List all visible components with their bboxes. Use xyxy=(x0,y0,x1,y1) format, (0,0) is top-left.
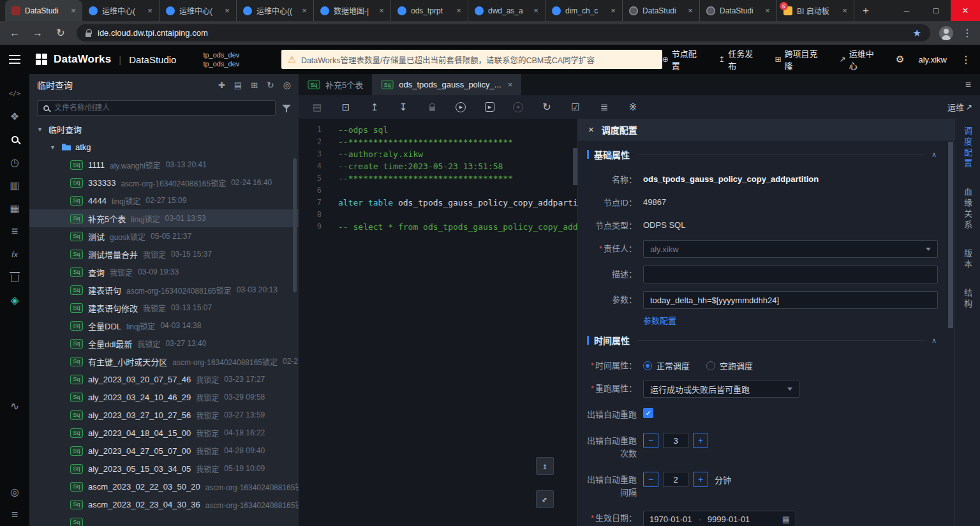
new-tab-button[interactable] xyxy=(857,2,875,20)
tree-scrollbar[interactable] xyxy=(293,158,297,292)
list-item[interactable]: Sq aly_2023_03_20_07_57_46 我锁定 03-23 17:… xyxy=(29,370,299,388)
browser-tab[interactable]: 运维中心(( xyxy=(237,0,314,21)
radio-icon[interactable] xyxy=(706,361,715,370)
bottom-menu-icon[interactable] xyxy=(3,503,26,526)
editor-tab[interactable]: Sq 补充5个表 xyxy=(299,74,372,95)
calendar-icon[interactable] xyxy=(782,515,790,524)
list-item[interactable]: Sq ascm_2023_02_23_04_30_36 ascm-org-163… xyxy=(29,495,299,513)
user-add-icon[interactable] xyxy=(218,80,225,90)
model-icon[interactable] xyxy=(3,289,26,312)
forward-button[interactable] xyxy=(31,27,45,39)
snippets-icon[interactable] xyxy=(3,220,26,243)
side-tab[interactable]: 调度配置 xyxy=(961,126,974,170)
tab-close-icon[interactable] xyxy=(762,6,773,16)
browser-tab[interactable]: 运维中心( xyxy=(82,0,160,21)
filter-icon[interactable] xyxy=(282,103,291,112)
list-item[interactable]: Sq 4444 linqj锁定 02-27 15:09 xyxy=(29,192,299,209)
run-with-params-icon[interactable] xyxy=(484,101,495,113)
list-item[interactable]: Sq aly_2023_04_27_05_07_00 我锁定 04-28 09:… xyxy=(29,442,299,460)
tab-close-icon[interactable] xyxy=(531,6,541,16)
new-file-icon[interactable] xyxy=(251,80,258,90)
save-icon[interactable] xyxy=(311,101,323,113)
tools-icon[interactable] xyxy=(896,54,904,65)
workbench-icon[interactable] xyxy=(3,174,26,197)
browser-menu-icon[interactable] xyxy=(962,27,972,39)
header-action-button[interactable]: 跨项目克隆 xyxy=(775,47,825,71)
recycle-bin-icon[interactable] xyxy=(3,266,26,289)
editor-tab[interactable]: Sq ods_tpods_gauss_policy_... xyxy=(372,74,521,95)
rerun-select[interactable]: 运行成功或失败后皆可重跑 xyxy=(643,380,799,398)
minus-button[interactable] xyxy=(643,433,658,448)
description-input[interactable] xyxy=(643,266,938,283)
browser-tab[interactable]: DataStudi xyxy=(5,0,82,21)
list-item[interactable]: Sq 1111 aly.wanghl锁定 03-13 20:41 xyxy=(29,156,299,174)
reload-code-icon[interactable] xyxy=(541,101,553,113)
back-button[interactable] xyxy=(8,27,22,39)
config-scrollbar[interactable] xyxy=(948,142,953,328)
list-item[interactable]: Sq 有主键_小时或天分区 ascm-org-1634024088165锁定 0… xyxy=(29,352,299,370)
radio-icon[interactable] xyxy=(643,361,652,370)
list-item[interactable]: Sq ascm_2023_02_22_03_50_20 ascm-org-163… xyxy=(29,477,299,495)
list-item[interactable]: Sq 建表语句修改 我锁定 03-13 15:07 xyxy=(29,299,299,317)
run-log-icon[interactable] xyxy=(598,101,610,113)
close-icon[interactable] xyxy=(588,124,594,135)
restore-button[interactable] xyxy=(921,0,951,21)
side-tab[interactable]: 结构 xyxy=(961,289,974,310)
minimize-button[interactable] xyxy=(892,0,921,21)
locate-icon[interactable] xyxy=(283,80,291,90)
scroll-top-button[interactable] xyxy=(536,457,554,475)
tab-strip-menu-icon[interactable] xyxy=(965,79,971,91)
list-item[interactable]: Sq aly_2023_05_15_03_34_05 我锁定 05-19 10:… xyxy=(29,460,299,477)
download-icon[interactable] xyxy=(397,101,409,113)
browser-tab[interactable]: 6 BI 启动板 xyxy=(777,0,854,21)
date-end[interactable]: 9999-01-01 xyxy=(708,515,750,524)
goto-ops-link[interactable]: 运维 xyxy=(947,101,972,113)
run-icon[interactable] xyxy=(455,101,466,113)
search-input[interactable] xyxy=(54,103,270,112)
list-item[interactable]: Sq 补充5个表 linqj锁定 03-01 13:53 xyxy=(29,209,299,227)
browser-tab[interactable]: ods_tprpt xyxy=(391,0,468,21)
file-search-box[interactable] xyxy=(37,100,276,116)
address-bar[interactable]: ide.cloud.dw.tpi.cntaiping.com xyxy=(77,24,930,41)
owner-select[interactable]: aly.xikw xyxy=(643,240,938,258)
list-item[interactable]: Sq 建表语句 ascm-org-1634024088165锁定 03-03 2… xyxy=(29,281,299,299)
editor-scrollbar[interactable] xyxy=(573,148,577,185)
browser-tab[interactable]: DataStudi xyxy=(623,0,700,21)
tables-icon[interactable] xyxy=(3,197,26,220)
tab-close-icon[interactable] xyxy=(685,6,695,16)
save-all-icon[interactable] xyxy=(340,101,352,113)
tree-root-node[interactable]: 临时查询 xyxy=(29,120,299,138)
tab-close-icon[interactable] xyxy=(68,6,78,16)
list-item[interactable]: Sq 查询 我锁定 03-09 19:33 xyxy=(29,263,299,281)
date-range-picker[interactable]: 1970-01-01 - 9999-01-01 xyxy=(643,511,796,526)
plus-button[interactable] xyxy=(693,433,708,448)
tree-folder-node[interactable]: atkg xyxy=(29,138,299,156)
basic-section-header[interactable]: 基础属性 xyxy=(587,148,937,161)
tab-close-icon[interactable] xyxy=(376,6,387,16)
rerun-times-value[interactable]: 3 xyxy=(663,433,688,448)
plus-button[interactable] xyxy=(693,472,708,487)
file-list-icon[interactable] xyxy=(234,80,242,90)
list-item[interactable]: Sq 333333 ascm-org-1634024088165锁定 02-24… xyxy=(29,174,299,192)
parameter-input[interactable] xyxy=(643,291,938,309)
close-window-button[interactable] xyxy=(951,0,980,21)
code-editor[interactable]: 1 --odps sql 2 --***********************… xyxy=(299,119,577,526)
side-tab[interactable]: 版本 xyxy=(961,249,974,271)
editor-tab-close-icon[interactable] xyxy=(508,80,513,89)
hamburger-menu-icon[interactable] xyxy=(0,45,29,74)
browser-tab[interactable]: dim_ch_c xyxy=(546,0,623,21)
tab-close-icon[interactable] xyxy=(299,6,309,16)
functions-icon[interactable] xyxy=(3,243,26,266)
header-more-icon[interactable] xyxy=(961,54,971,66)
fullscreen-button[interactable] xyxy=(536,490,554,508)
workspace-selector[interactable]: tp_ods_dev tp_ods_dev xyxy=(203,50,239,68)
lock-icon[interactable] xyxy=(426,101,438,113)
tab-close-icon[interactable] xyxy=(454,6,464,16)
format-icon[interactable] xyxy=(627,101,639,113)
current-user[interactable]: aly.xikw xyxy=(918,55,947,64)
rerun-interval-value[interactable]: 2 xyxy=(663,472,688,487)
bookmark-star-icon[interactable] xyxy=(913,27,921,39)
tab-close-icon[interactable] xyxy=(145,6,155,16)
date-start[interactable]: 1970-01-01 xyxy=(650,515,692,524)
auto-rerun-checkbox[interactable] xyxy=(643,408,653,418)
